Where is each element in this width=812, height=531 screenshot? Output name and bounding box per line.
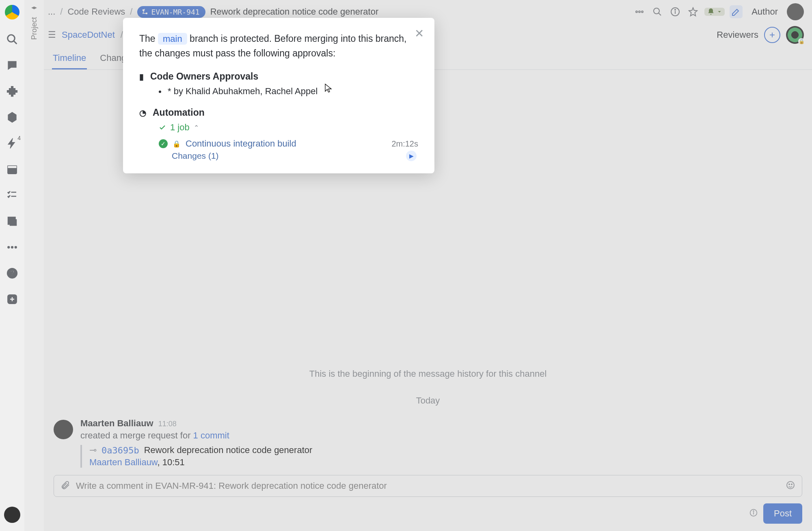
commit-meta-sep: , — [158, 457, 162, 467]
project-label[interactable]: Project — [30, 17, 39, 40]
message-time: 11:08 — [158, 420, 177, 428]
breadcrumb-sep: / — [130, 6, 132, 17]
commit-count-link[interactable]: 1 commit — [193, 430, 229, 440]
build-row[interactable]: ✓ 🔒 Continuous integration build 2m:12s — [139, 138, 418, 149]
svg-line-16 — [659, 13, 661, 15]
tab-timeline[interactable]: Timeline — [52, 49, 87, 69]
post-button[interactable]: Post — [763, 503, 802, 524]
repo-name[interactable]: SpaceDotNet — [62, 30, 115, 40]
code-owners-heading: ▮ Code Owners Approvals — [139, 71, 418, 82]
svg-point-21 — [789, 484, 790, 485]
lock-icon: 🔒 — [798, 38, 805, 45]
message: Maarten Balliauw 11:08 created a merge r… — [44, 418, 812, 468]
svg-point-14 — [641, 11, 643, 13]
notifications-toggle[interactable] — [704, 8, 725, 16]
svg-point-13 — [639, 11, 640, 13]
success-icon: ✓ — [159, 139, 168, 148]
build-duration: 2m:12s — [391, 139, 418, 149]
automation-heading: ◔ Automation — [139, 107, 418, 118]
left-rail: 4 ? — [0, 0, 24, 531]
ticket-chip[interactable]: EVAN-MR-941 — [137, 6, 205, 18]
svg-point-6 — [8, 246, 10, 248]
bullet-icon — [159, 91, 161, 93]
page-title: Rework deprecation notice code generator — [210, 6, 379, 17]
reviewer-avatar[interactable]: 🔒 — [786, 26, 804, 44]
modal-intro: The main branch is protected. Before mer… — [139, 32, 418, 60]
user-avatar-icon[interactable] — [4, 507, 20, 523]
branch-pill[interactable]: main — [158, 33, 187, 45]
bell-icon — [707, 8, 715, 16]
chat-icon[interactable] — [6, 59, 18, 71]
emoji-icon[interactable] — [786, 480, 795, 492]
day-separator: Today — [44, 395, 812, 406]
project-column: ◂▸ Project — [24, 0, 44, 531]
comment-input[interactable] — [76, 481, 780, 491]
author-label: Author — [752, 6, 778, 17]
info-icon[interactable] — [749, 509, 758, 518]
library-icon[interactable] — [6, 215, 18, 227]
add-icon[interactable] — [6, 293, 18, 305]
check-icon — [159, 124, 166, 131]
commit-hash[interactable]: 0a3695b — [102, 445, 139, 455]
svg-text:?: ? — [10, 269, 14, 277]
svg-point-12 — [636, 11, 637, 13]
comment-composer[interactable] — [54, 475, 802, 497]
search-icon[interactable] — [6, 33, 18, 45]
chevron-down-icon — [717, 9, 722, 15]
help-icon[interactable]: ? — [6, 267, 18, 279]
attach-icon[interactable] — [60, 480, 70, 492]
message-avatar[interactable] — [54, 420, 73, 439]
svg-point-25 — [753, 511, 754, 512]
svg-point-20 — [787, 481, 794, 489]
search-icon[interactable] — [651, 5, 664, 18]
svg-line-1 — [14, 41, 17, 44]
automation-icon: ◔ — [139, 108, 146, 118]
svg-point-0 — [8, 35, 15, 42]
commit-author[interactable]: Maarten Balliauw — [89, 457, 158, 467]
breadcrumb-sep: / — [60, 6, 63, 17]
message-author[interactable]: Maarten Balliauw — [80, 418, 153, 429]
code-owners-line: * by Khalid Abuhakmeh, Rachel Appel — [139, 86, 418, 97]
commit-title: Rework deprecation notice code generator — [144, 445, 313, 455]
reviewers-label: Reviewers — [717, 30, 758, 40]
close-button[interactable]: ✕ — [415, 27, 424, 40]
build-changes-link[interactable]: Changes (1) ▶ — [139, 151, 418, 161]
bolt-badge: 4 — [17, 135, 21, 141]
author-avatar[interactable] — [787, 3, 804, 20]
info-icon[interactable] — [669, 5, 682, 18]
commit-time: 10:51 — [162, 457, 185, 467]
commit-icon: ⊸ — [89, 445, 97, 455]
jobs-toggle[interactable]: 1 job ⌃ — [139, 122, 418, 133]
build-name[interactable]: Continuous integration build — [186, 138, 296, 149]
lock-icon: 🔒 — [173, 140, 181, 148]
svg-point-19 — [675, 9, 676, 10]
svg-point-15 — [654, 8, 659, 14]
play-icon[interactable]: ▶ — [406, 151, 417, 161]
checklist-icon[interactable] — [6, 189, 18, 201]
collapse-icon[interactable]: ◂▸ — [31, 4, 37, 11]
chevron-up-icon: ⌃ — [194, 124, 199, 132]
svg-rect-4 — [8, 166, 17, 168]
app-logo-icon[interactable] — [5, 5, 19, 19]
protection-modal: ✕ The main branch is protected. Before m… — [123, 18, 434, 173]
edit-icon[interactable] — [730, 5, 743, 18]
commit-block: ⊸ 0a3695b Rework deprecation notice code… — [80, 445, 802, 468]
settings-icon[interactable] — [6, 111, 18, 123]
calendar-icon[interactable] — [6, 163, 18, 175]
person-icon: ▮ — [139, 72, 144, 82]
svg-point-22 — [791, 484, 792, 485]
more-icon[interactable] — [6, 241, 18, 253]
history-start-note: This is the beginning of the message his… — [44, 369, 812, 379]
svg-point-8 — [15, 246, 17, 248]
svg-marker-2 — [8, 112, 16, 123]
more-actions-icon[interactable] — [633, 5, 646, 18]
breadcrumb-section[interactable]: Code Reviews — [67, 6, 125, 17]
bolt-icon[interactable]: 4 — [6, 137, 18, 149]
message-action: created a merge request for 1 commit — [80, 430, 802, 441]
repo-icon: ☰ — [48, 30, 56, 40]
star-icon[interactable] — [687, 5, 700, 18]
extension-icon[interactable] — [6, 85, 18, 97]
add-reviewer-button[interactable]: + — [764, 27, 780, 43]
breadcrumb-root[interactable]: ... — [48, 6, 55, 17]
svg-point-7 — [11, 246, 13, 248]
